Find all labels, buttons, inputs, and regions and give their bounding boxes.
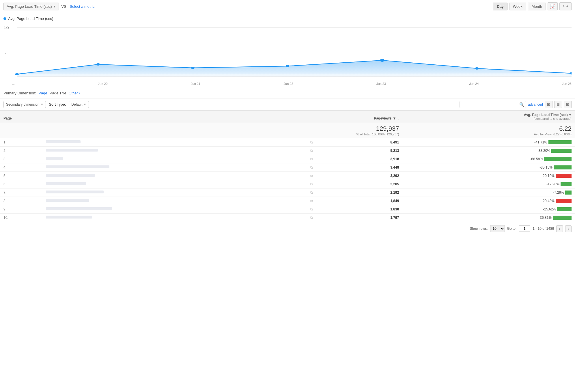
comparison-view-btn[interactable]: ⊟ (554, 101, 562, 108)
pivot-view-btn[interactable]: ⊞ (564, 101, 572, 108)
primary-dim-label: Primary Dimension: (3, 91, 36, 95)
comparison-bar (551, 149, 572, 153)
row-number: 7. (0, 188, 42, 197)
page-link-icon[interactable]: ⧉ (310, 207, 313, 211)
metric-header-arrow-icon[interactable]: ▼ (569, 113, 572, 117)
page-link-icon[interactable]: ⧉ (310, 149, 313, 153)
search-icon[interactable]: 🔍 (519, 102, 524, 107)
summary-metric-val: 6.22 (406, 125, 572, 132)
page-cell: ⧉ (42, 188, 316, 197)
pct-value: -38.20% (534, 149, 550, 153)
summary-metric-sub: Avg for View: 6.22 (0.00%) (406, 132, 572, 136)
x-label-4: Jun 23 (376, 82, 386, 85)
table-row: 1. ⧉ 8,491 -41.71% (0, 138, 575, 147)
row-number: 9. (0, 205, 42, 214)
dim-page-link[interactable]: Page (38, 91, 47, 95)
x-label-2: Jun 21 (191, 82, 200, 85)
secondary-dim-label: Secondary dimension (6, 102, 39, 107)
table-row: 9. ⧉ 1,830 -25.62% (0, 205, 575, 214)
line-chart-btn[interactable]: 📈 (548, 2, 558, 10)
month-btn[interactable]: Month (528, 3, 546, 10)
page-link-icon[interactable]: ⧉ (310, 216, 313, 220)
sort-arrow-pv-icon[interactable]: ▼ (393, 116, 396, 120)
page-cell: ⧉ (42, 172, 316, 180)
x-label-3: Jun 22 (284, 82, 293, 85)
page-cell: ⧉ (42, 214, 316, 222)
vs-text: VS. (61, 4, 67, 9)
pageviews-cell: 3,448 (316, 163, 403, 172)
row-number: 5. (0, 172, 42, 180)
comparison-bar (544, 157, 572, 161)
sort-type-label: Sort Type: (49, 102, 66, 107)
secondary-dimension-btn[interactable]: Secondary dimension ▼ (3, 101, 46, 108)
row-number: 3. (0, 155, 42, 163)
page-name-blurred (46, 191, 104, 193)
row-number: 6. (0, 180, 42, 188)
next-page-btn[interactable]: › (565, 225, 572, 232)
sort-type-btn[interactable]: Default ▼ (69, 101, 89, 108)
dim-other-dropdown[interactable]: Other ▾ (69, 91, 80, 95)
pageviews-cell: 2,192 (316, 188, 403, 197)
dim-other-label: Other (69, 91, 78, 95)
page-link-icon[interactable]: ⧉ (310, 182, 313, 186)
x-label-0: ... (12, 82, 15, 85)
comparison-bar (557, 207, 572, 211)
chart-area: 10 5 (3, 23, 572, 81)
search-input[interactable] (462, 102, 519, 107)
svg-text:5: 5 (3, 51, 6, 55)
pageviews-cell: 3,292 (316, 172, 403, 180)
page-link-icon[interactable]: ⧉ (310, 174, 313, 178)
col-pageviews-header: Pageviews ▼ ↓ (316, 111, 403, 123)
page-link-icon[interactable]: ⧉ (310, 157, 313, 161)
metric-cell: -66.58% (402, 155, 575, 163)
summary-row: 129,937 % of Total: 100.00% (129,937) 6.… (0, 123, 575, 138)
dim-other-arrow-icon: ▾ (79, 92, 80, 95)
rows-per-page-select[interactable]: 10 25 50 100 (490, 225, 505, 232)
pageviews-cell: 1,797 (316, 214, 403, 222)
table-controls-right: 🔍 advanced ⊞ ⊟ ⊞ (460, 101, 572, 108)
pageviews-cell: 8,491 (316, 138, 403, 147)
metric-cell: -17.20% (402, 180, 575, 188)
day-btn[interactable]: Day (493, 3, 507, 10)
table-row: 4. ⧉ 3,448 -35.15% (0, 163, 575, 172)
table-header-row: Page Pageviews ▼ ↓ Avg. Page Load Time (… (0, 111, 575, 123)
dim-page-title-link[interactable]: Page Title (50, 91, 66, 95)
pageviews-cell: 2,205 (316, 180, 403, 188)
pct-value: 20.19% (539, 174, 555, 178)
sort-arrow-icon: ▼ (83, 103, 86, 106)
page-cell: ⧉ (42, 155, 316, 163)
comparison-bar (548, 140, 572, 144)
page-link-icon[interactable]: ⧉ (310, 199, 313, 203)
grid-view-btn[interactable]: ⊞ (545, 101, 552, 108)
comparison-bar (554, 165, 572, 169)
metric-arrow-icon: ▼ (53, 5, 56, 8)
secondary-dim-arrow-icon: ▼ (40, 103, 43, 106)
metric-label: Avg. Page Load Time (sec) (7, 4, 52, 9)
summary-pageviews: 129,937 % of Total: 100.00% (129,937) (316, 123, 403, 138)
pageviews-cell: 5,213 (316, 147, 403, 155)
pageviews-cell: 1,830 (316, 205, 403, 214)
metric-cell: -38.20% (402, 147, 575, 155)
x-label-1: Jun 20 (98, 82, 108, 85)
page-link-icon[interactable]: ⧉ (310, 165, 313, 169)
prev-page-btn[interactable]: ‹ (556, 225, 563, 232)
select-metric-link[interactable]: Select a metric (70, 4, 94, 9)
goto-input[interactable] (519, 225, 530, 232)
advanced-link[interactable]: advanced (528, 102, 543, 107)
sort-dir-icon[interactable]: ↓ (397, 116, 399, 120)
metric-cell: -36.81% (402, 214, 575, 222)
comparison-bar (553, 216, 572, 220)
pageviews-cell: 3,918 (316, 155, 403, 163)
col-metric-header: Avg. Page Load Time (sec) ▼ (compared to… (402, 111, 575, 123)
page-link-icon[interactable]: ⧉ (310, 191, 313, 195)
metric-dropdown-btn[interactable]: Avg. Page Load Time (sec) ▼ (3, 3, 59, 10)
page-name-blurred (46, 140, 81, 143)
week-btn[interactable]: Week (509, 3, 526, 10)
scatter-chart-btn[interactable]: ⚬⚬ (559, 2, 572, 10)
row-number: 8. (0, 197, 42, 205)
search-box: 🔍 (460, 101, 526, 108)
table-row: 7. ⧉ 2,192 -7.29% (0, 188, 575, 197)
page-name-blurred (46, 157, 63, 160)
comparison-bar (561, 182, 572, 186)
page-link-icon[interactable]: ⧉ (310, 140, 313, 144)
